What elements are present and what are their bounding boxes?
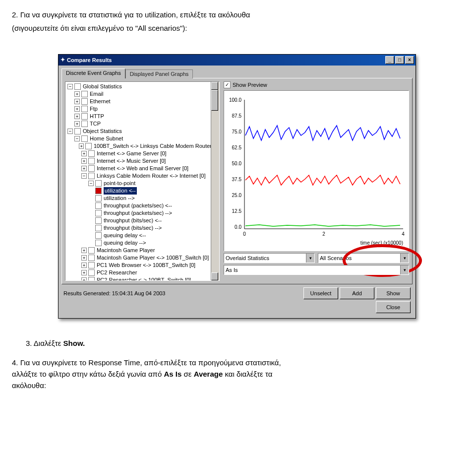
tree-node-selected[interactable]: utilization <-- — [104, 187, 137, 195]
tab-discrete-event-graphs[interactable]: Discrete Event Graphs — [61, 68, 125, 78]
step2-line2: (σιγουρευτείτε ότι είναι επιλεγμένο το "… — [12, 24, 187, 32]
svg-text:50.0: 50.0 — [232, 161, 242, 166]
titlebar[interactable]: ✦ Compare Results _ □ × — [59, 55, 416, 66]
selectors-row: Overlaid Statistics ▾ All Scenarios ▾ — [224, 253, 409, 263]
tree-node[interactable]: Macintosh Game Player — [97, 247, 155, 254]
tree-node[interactable]: throughput (packets/sec) --> — [104, 209, 172, 217]
tree-node[interactable]: TCP — [90, 120, 101, 128]
tree-node[interactable]: Ftp — [90, 105, 98, 113]
maximize-button[interactable]: □ — [395, 56, 404, 64]
svg-text:100.0: 100.0 — [229, 97, 241, 103]
tree-node[interactable]: PC1 Web Browser <-> 100BT_Switch [0] — [97, 262, 195, 269]
close-button[interactable]: Close — [376, 301, 411, 313]
bottom-bar: Results Generated: 15:04:31 Aug 04 2003 … — [61, 284, 413, 301]
window-title: Compare Results — [67, 57, 112, 63]
tab-displayed-panel-graphs[interactable]: Displayed Panel Graphs — [125, 69, 193, 78]
tabs: Discrete Event Graphs Displayed Panel Gr… — [61, 68, 413, 78]
app-icon: ✦ — [60, 57, 65, 63]
tree-node[interactable]: Linksys Cable Modem Router <-> Internet … — [97, 172, 206, 180]
add-button[interactable]: Add — [340, 287, 374, 299]
tree-node[interactable]: Global Statistics — [83, 83, 122, 90]
collapse-icon[interactable]: − — [67, 84, 73, 89]
checked-icon[interactable] — [95, 188, 102, 194]
tree-node[interactable]: 100BT_Switch <-> Linksys Cable Modem Rou… — [94, 142, 219, 150]
tree-scrollbar[interactable] — [211, 82, 219, 280]
svg-text:2: 2 — [322, 231, 325, 237]
tree-node[interactable]: throughput (packets/sec) <-- — [104, 202, 172, 209]
tree-node[interactable]: queuing delay --> — [104, 239, 146, 247]
instruction-step-3-4: 3. Διαλέξτε Show. 4. Για να συγκρίνετε τ… — [12, 337, 462, 392]
svg-text:62.5: 62.5 — [232, 145, 242, 150]
scenario-select[interactable]: All Scenarios ▾ — [318, 253, 409, 263]
filter-select[interactable]: As Is ▾ — [224, 265, 409, 275]
chevron-down-icon: ▾ — [400, 254, 409, 263]
svg-text:4: 4 — [402, 231, 405, 237]
svg-text:0.0: 0.0 — [235, 224, 241, 230]
compare-results-window: ✦ Compare Results _ □ × Discrete Event G… — [58, 54, 416, 319]
tree-node[interactable]: Internet <-> Game Server [0] — [97, 150, 167, 157]
tree-node[interactable]: queuing delay <-- — [104, 232, 146, 239]
tree-node[interactable]: utilization --> — [104, 195, 135, 202]
svg-text:75.0: 75.0 — [232, 129, 242, 134]
chevron-down-icon: ▾ — [400, 265, 409, 274]
check-icon: ✓ — [224, 81, 231, 88]
tree-node[interactable]: PC2 Researcher — [97, 269, 137, 276]
svg-text:12.5: 12.5 — [232, 208, 242, 214]
step3-text: 3. Διαλέξτε — [26, 339, 63, 347]
minimize-button[interactable]: _ — [385, 56, 394, 64]
preview-plot: 100.0 87.5 75.0 62.5 50.0 37.5 25.0 12.5… — [224, 90, 409, 251]
tree-node[interactable]: Internet <-> Music Server [0] — [97, 157, 166, 165]
tab-panel: −Global Statistics +Email +Ethernet +Ftp… — [61, 78, 413, 284]
unselect-button[interactable]: Unselect — [303, 287, 338, 299]
tree-node[interactable]: Macintosh Game Player <-> 100BT_Switch [… — [97, 254, 209, 262]
tree-node[interactable]: throughput (bits/sec) --> — [104, 224, 162, 232]
tree-node[interactable]: Internet <-> Web and Email Server [0] — [97, 165, 188, 172]
display-mode-select[interactable]: Overlaid Statistics ▾ — [224, 253, 315, 263]
tree-node[interactable]: point-to-point — [104, 180, 135, 187]
tree-node[interactable]: PC2 Researcher <-> 100BT_Switch [0] — [97, 276, 191, 281]
svg-text:37.5: 37.5 — [232, 177, 242, 182]
svg-text:0: 0 — [243, 231, 246, 237]
show-preview-checkbox[interactable]: ✓ Show Preview — [224, 81, 409, 88]
tree-node[interactable]: Object Statistics — [83, 128, 122, 135]
show-button[interactable]: Show — [376, 287, 411, 299]
instruction-step-2: 2. Για να συγκρίνετε τα στατιστικά για τ… — [12, 9, 462, 34]
tree-node[interactable]: HTTP — [90, 113, 104, 120]
svg-text:25.0: 25.0 — [232, 193, 242, 198]
tree-node[interactable]: Home Subnet — [90, 135, 123, 142]
svg-text:time (sec) (x10000): time (sec) (x10000) — [360, 240, 403, 246]
tree-node[interactable]: Ethernet — [90, 98, 111, 105]
step3-show: Show. — [63, 339, 85, 347]
close-window-button[interactable]: × — [405, 56, 414, 64]
step2-line1: 2. Για να συγκρίνετε τα στατιστικά για τ… — [12, 10, 250, 19]
tree-node[interactable]: throughput (bits/sec) <-- — [104, 217, 162, 224]
statistics-tree[interactable]: −Global Statistics +Email +Ethernet +Ftp… — [65, 81, 220, 281]
svg-text:87.5: 87.5 — [232, 113, 242, 119]
results-generated-label: Results Generated: 15:04:31 Aug 04 2003 — [63, 290, 166, 296]
chevron-down-icon: ▾ — [306, 254, 314, 263]
tree-node[interactable]: Email — [90, 90, 104, 98]
expand-icon[interactable]: + — [74, 91, 80, 97]
